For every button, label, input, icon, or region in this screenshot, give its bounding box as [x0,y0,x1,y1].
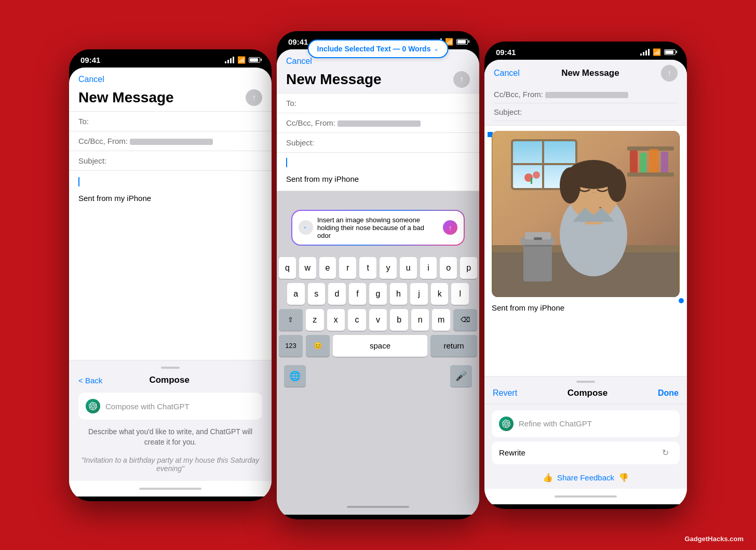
include-pill[interactable]: Include Selected Text — 0 Words ⌄ [308,49,449,58]
key-r[interactable]: r [339,257,356,279]
keyboard-rows: q w e r t y u i o p a s [277,254,479,363]
compose-sheet-1: < Back Compose Compose with ChatGPT Desc… [69,360,272,480]
chatgpt-input-bar[interactable]: + Insert an image showing someone holdin… [291,210,465,246]
send-button-3[interactable]: ↑ [661,65,678,82]
key-x[interactable]: x [327,309,345,331]
wifi-icon-3: 📶 [653,48,661,56]
compose-nav-1: < Back Compose [78,375,262,385]
thumbs-up-icon[interactable]: 👍 [543,473,553,482]
text-cursor-1 [78,177,79,186]
key-u[interactable]: u [400,257,417,279]
mail-body-1[interactable]: Sent from my iPhone [69,171,272,360]
thumbs-down-icon[interactable]: 👎 [618,473,629,482]
feedback-button[interactable]: Share Feedback [557,473,614,482]
cc-field-2[interactable]: Cc/Bcc, From: [277,113,479,133]
key-v[interactable]: v [369,309,387,331]
key-s[interactable]: s [308,283,326,305]
key-c[interactable]: c [348,309,366,331]
send-button-2[interactable]: ↑ [453,71,470,88]
mail-body-2[interactable]: Sent from my iPhone [277,153,479,191]
to-field-2[interactable]: To: [277,93,479,113]
input-send-button[interactable]: ↑ [443,220,457,235]
shift-key[interactable]: ⇧ [279,309,303,331]
delete-key[interactable]: ⌫ [453,309,477,331]
home-bar-1 [139,488,201,490]
cancel-button-3[interactable]: Cancel [494,69,520,78]
compose3-nav: Revert Compose Done [484,388,687,404]
phone-3: 09:41 📶 Cancel New Message ↑ [484,42,687,509]
key-p[interactable]: p [460,257,477,279]
numbers-key[interactable]: 123 [279,335,303,357]
to-field-1[interactable]: To: [69,112,272,131]
time-1: 09:41 [80,56,100,64]
svg-text:+: + [304,225,306,230]
refine-row[interactable]: Refine with ChatGPT [492,410,680,437]
rewrite-row[interactable]: Rewrite ↻ [492,441,680,464]
key-i[interactable]: i [420,257,437,279]
revert-button[interactable]: Revert [493,388,517,398]
svg-rect-33 [601,196,605,206]
subject-field-1[interactable]: Subject: [69,151,272,171]
key-k[interactable]: k [431,283,449,305]
battery-icon-2 [456,39,468,45]
key-h[interactable]: h [390,283,408,305]
mail-body-3[interactable]: Sent from my iPhone [484,126,687,376]
key-m[interactable]: m [432,309,450,331]
key-a[interactable]: a [287,283,305,305]
key-w[interactable]: w [299,257,316,279]
chatgpt-input-row-1[interactable]: Compose with ChatGPT [78,393,262,420]
sent-from-1: Sent from my iPhone [78,194,262,203]
compose-sheet-3: Revert Compose Done Refine with ChatGPT … [484,376,687,489]
subject-field-3[interactable]: Subject: [494,103,678,121]
cc-label-3: Cc/Bcc, From: [494,90,543,99]
done-button[interactable]: Done [658,388,679,398]
key-z[interactable]: z [306,309,324,331]
key-e[interactable]: e [319,257,336,279]
subject-label-3: Subject: [494,108,522,116]
cc-field-1[interactable]: Cc/Bcc, From: [69,131,272,151]
key-y[interactable]: y [380,257,397,279]
to-label-2: To: [286,99,296,108]
cc-value-2 [338,120,421,127]
send-button-1[interactable]: ↑ [246,89,262,106]
battery-icon [249,57,260,63]
cancel-button-1[interactable]: Cancel [78,75,262,84]
compose-desc-1: Describe what you'd like to write, and C… [78,427,262,447]
home-indicator-1 [69,481,272,497]
selection-dot-br [679,298,684,303]
key-o[interactable]: o [440,257,457,279]
return-key[interactable]: return [430,335,477,357]
mic-key[interactable]: 🎤 [450,365,472,387]
key-q[interactable]: q [279,257,296,279]
emoji-key[interactable]: 😊 [306,335,330,357]
key-l[interactable]: l [451,283,469,305]
key-b[interactable]: b [390,309,408,331]
to-label-1: To: [78,117,89,126]
status-icons-3: 📶 [640,48,676,56]
subject-field-2[interactable]: Subject: [277,133,479,153]
keyboard-row-2: a s d f g h j k l [279,283,477,305]
key-t[interactable]: t [359,257,376,279]
key-n[interactable]: n [411,309,429,331]
svg-rect-12 [630,151,638,172]
cc-field-3[interactable]: Cc/Bcc, From: [494,86,678,103]
key-j[interactable]: j [410,283,428,305]
chatgpt-logo-1 [86,399,100,413]
status-bar-3: 09:41 📶 [484,42,687,60]
mail-fields-2: To: Cc/Bcc, From: Subject: Sent from my … [277,93,479,191]
globe-key[interactable]: 🌐 [284,365,306,387]
back-button-1[interactable]: < Back [78,376,102,385]
key-g[interactable]: g [369,283,387,305]
phone-2: 09:41 📶 Cancel New Message ↑ [277,31,479,519]
email-image [492,131,680,297]
space-key[interactable]: space [333,335,427,357]
key-f[interactable]: f [349,283,367,305]
status-icons-1: 📶 [225,56,260,64]
key-d[interactable]: d [328,283,346,305]
chatgpt-placeholder-1: Compose with ChatGPT [105,402,190,411]
phone-1-content: Cancel New Message ↑ To: Cc/Bcc, From: S… [69,68,272,497]
compose-title-1: Compose [102,375,236,385]
svg-rect-11 [627,172,674,177]
svg-rect-13 [640,153,646,172]
home-bar-3 [555,495,617,498]
